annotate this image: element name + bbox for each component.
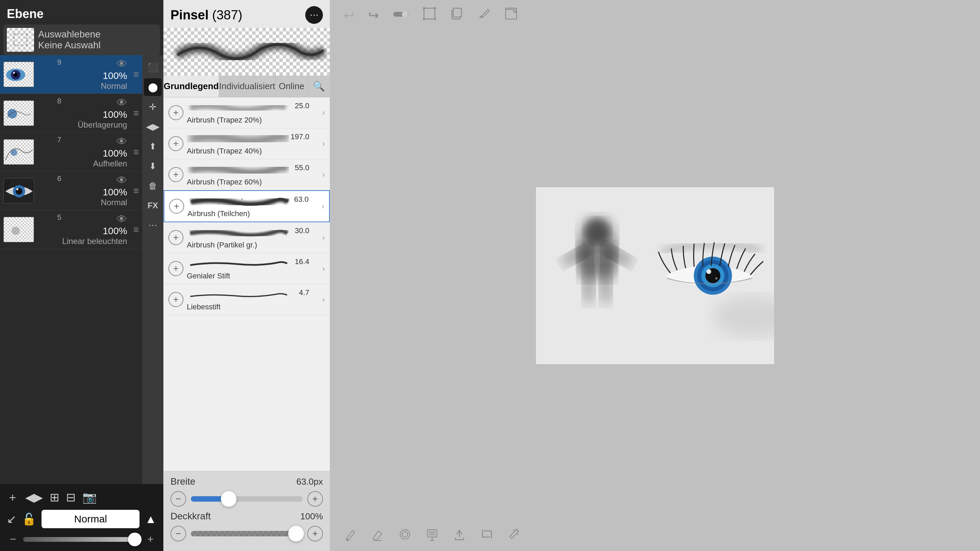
redo-icon[interactable]: ↪ bbox=[368, 8, 379, 23]
width-thumb[interactable] bbox=[221, 491, 237, 507]
layer-mode: Normal bbox=[101, 198, 127, 207]
layers-list: 9 👁 100% Normal ≡ bbox=[0, 55, 142, 484]
align-top-icon[interactable]: ⬆ bbox=[144, 137, 162, 155]
visibility-icon[interactable]: 👁 bbox=[116, 97, 127, 109]
toggle-icon[interactable] bbox=[393, 8, 409, 22]
blend-mode-arrow[interactable]: ▲ bbox=[145, 513, 156, 526]
layer-number: 8 bbox=[57, 97, 61, 105]
add-layer-button[interactable]: ＋ bbox=[7, 489, 18, 505]
brush-tool-icon[interactable] bbox=[344, 527, 357, 544]
opacity-plus-button[interactable]: + bbox=[307, 526, 323, 541]
apply-icon[interactable]: ↙ bbox=[7, 512, 16, 526]
search-button[interactable]: 🔍 bbox=[308, 76, 330, 97]
wand-tool-icon[interactable] bbox=[507, 527, 520, 544]
layer-menu-icon: ≡ bbox=[134, 108, 139, 119]
import-icon[interactable] bbox=[504, 7, 518, 24]
opacity-thumb[interactable] bbox=[288, 526, 304, 541]
selection-thumbnail bbox=[7, 28, 34, 52]
add-brush-button[interactable]: + bbox=[169, 167, 183, 182]
layer-number: 5 bbox=[57, 213, 61, 222]
brush-item[interactable]: + Airbrush (Trapez 60%) 55.0 › bbox=[164, 159, 330, 190]
layer-info: 👁 100% Überlagerung bbox=[37, 97, 130, 130]
transform-icon[interactable] bbox=[423, 7, 436, 24]
lock-icon[interactable]: 🔓 bbox=[22, 512, 36, 526]
svg-point-52 bbox=[600, 267, 612, 304]
eraser-tool-icon[interactable] bbox=[371, 527, 385, 544]
export-tool-icon[interactable] bbox=[453, 527, 466, 544]
layer-item[interactable]: 6 👁 100% Normal ≡ bbox=[0, 172, 142, 210]
opacity-plus-button[interactable]: + bbox=[144, 533, 156, 546]
svg-point-35 bbox=[279, 199, 280, 200]
move-icon[interactable]: ✛ bbox=[144, 98, 162, 116]
layer-info: 👁 100% Normal bbox=[37, 174, 130, 207]
smudge-tool-icon[interactable] bbox=[398, 527, 412, 544]
layer-info: 👁 100% Aufhellen bbox=[37, 135, 130, 169]
width-fill bbox=[191, 496, 224, 502]
fx-label[interactable]: FX bbox=[144, 197, 162, 214]
arrange-icon[interactable]: ⊟ bbox=[66, 490, 76, 504]
tab-individualisiert[interactable]: Individualisiert bbox=[219, 76, 275, 97]
copy-icon[interactable] bbox=[450, 7, 463, 24]
opacity-minus-button[interactable]: − bbox=[7, 533, 19, 546]
width-plus-button[interactable]: + bbox=[307, 491, 323, 507]
opacity-slider[interactable] bbox=[191, 531, 302, 537]
visibility-icon[interactable]: 👁 bbox=[116, 174, 127, 187]
width-minus-button[interactable]: − bbox=[170, 491, 186, 507]
layer-info: 👁 100% Linear beleuchten bbox=[37, 213, 130, 246]
top-toolbar: ↩ ↪ bbox=[330, 0, 980, 30]
add-brush-button[interactable]: + bbox=[169, 261, 183, 276]
layer-mode: Linear beleuchten bbox=[62, 237, 127, 246]
brush-item[interactable]: + Liebesstift 4.7 › bbox=[164, 284, 330, 315]
visibility-icon[interactable]: 👁 bbox=[116, 213, 127, 226]
fill-tool-icon[interactable] bbox=[425, 527, 439, 544]
align-bottom-icon[interactable]: ⬇ bbox=[144, 157, 162, 175]
brush-chevron-icon: › bbox=[322, 139, 325, 148]
brush-chevron-icon: › bbox=[322, 264, 325, 273]
add-brush-button[interactable]: + bbox=[169, 230, 183, 245]
brush-item[interactable]: + Airbrush (Trapez 40%) 197.0 › bbox=[164, 128, 330, 159]
edit-icon[interactable] bbox=[477, 7, 491, 24]
checkerboard-icon[interactable]: ⬛ bbox=[144, 59, 162, 76]
crop-tool-icon[interactable] bbox=[480, 527, 493, 544]
layer-item[interactable]: 9 👁 100% Normal ≡ bbox=[0, 55, 142, 94]
mask-icon[interactable]: ⬤ bbox=[144, 78, 162, 96]
layers-container: 9 👁 100% Normal ≡ bbox=[0, 55, 163, 484]
brush-item-selected[interactable]: + Airbrush (Teilchen) 63.0 › bbox=[164, 190, 330, 222]
duplicate-icon[interactable]: ⊞ bbox=[50, 490, 59, 504]
brush-item[interactable]: + Airbrush (Partikel gr.) 30.0 › bbox=[164, 222, 330, 253]
visibility-icon[interactable]: 👁 bbox=[116, 135, 127, 148]
brush-size: 197.0 bbox=[291, 132, 309, 141]
svg-point-59 bbox=[706, 269, 711, 274]
tab-grundlegend[interactable]: Grundlegend bbox=[164, 76, 219, 97]
add-brush-button[interactable]: + bbox=[169, 292, 183, 307]
add-brush-button[interactable]: + bbox=[169, 105, 183, 120]
brush-menu-button[interactable]: ⋯ bbox=[305, 6, 323, 24]
blend-mode-selector[interactable]: Normal bbox=[41, 510, 140, 528]
layer-item[interactable]: 8 👁 100% Überlagerung ≡ bbox=[0, 94, 142, 133]
opacity-thumb[interactable] bbox=[128, 533, 142, 546]
brush-item[interactable]: + Airbrush (Trapez 20%) 25.0 › bbox=[164, 97, 330, 128]
undo-icon[interactable]: ↩ bbox=[344, 8, 355, 23]
group-layer-button[interactable]: ◀▶ bbox=[25, 490, 43, 504]
flip-icon[interactable]: ◀▶ bbox=[144, 118, 162, 135]
brush-item[interactable]: + Genialer Stift 16.4 › bbox=[164, 253, 330, 284]
layers-panel: Ebene Auswahlebene Keine Auswahl bbox=[0, 0, 163, 551]
layer-item[interactable]: 7 👁 100% Aufhellen ≡ bbox=[0, 133, 142, 172]
more-icon[interactable]: ⋯ bbox=[144, 217, 162, 234]
add-brush-button[interactable]: + bbox=[169, 199, 184, 214]
layer-thumbnail bbox=[3, 217, 34, 242]
layer-number: 6 bbox=[57, 174, 61, 183]
brush-chevron-icon: › bbox=[322, 295, 325, 304]
add-brush-button[interactable]: + bbox=[169, 136, 183, 151]
layer-menu-icon: ≡ bbox=[134, 185, 139, 196]
visibility-icon[interactable]: 👁 bbox=[116, 58, 127, 70]
width-slider[interactable] bbox=[191, 496, 302, 502]
opacity-slider[interactable] bbox=[23, 537, 140, 542]
opacity-minus-button[interactable]: − bbox=[170, 526, 186, 541]
layer-item[interactable]: 5 👁 100% Linear beleuchten ≡ bbox=[0, 210, 142, 249]
opacity-slider-row: − + bbox=[170, 526, 323, 541]
tab-online[interactable]: Online bbox=[275, 76, 308, 97]
brush-list: + Airbrush (Trapez 20%) 25.0 › + bbox=[164, 97, 330, 471]
camera-icon[interactable]: 📷 bbox=[82, 490, 97, 504]
delete-icon[interactable]: 🗑 bbox=[144, 177, 162, 195]
